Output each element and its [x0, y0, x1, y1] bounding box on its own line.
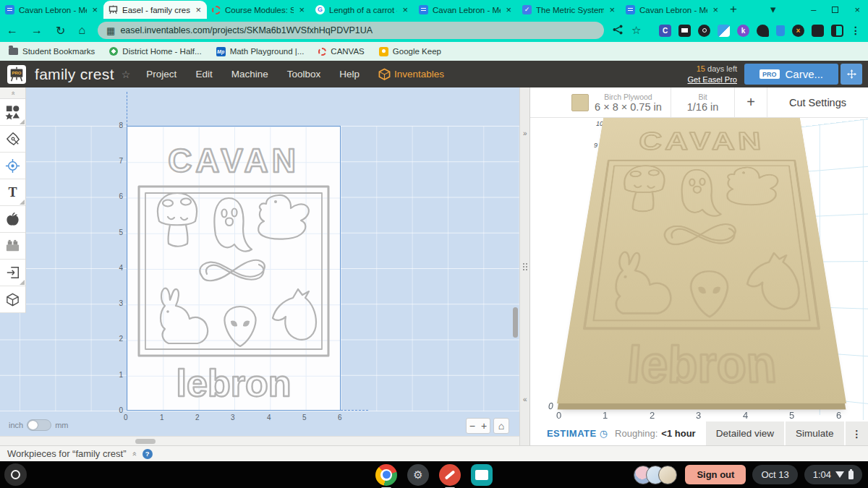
back-icon[interactable]: ← — [7, 24, 18, 37]
canvas-horizontal-scrollbar[interactable] — [0, 436, 519, 445]
text-tool[interactable]: T — [0, 179, 25, 206]
3d-tool[interactable] — [0, 286, 25, 313]
design-canvas[interactable]: 8 7 6 5 4 3 2 1 0 0 1 2 3 4 5 6 inch mm … — [0, 87, 519, 436]
new-tab-button[interactable]: + — [730, 2, 737, 17]
expand-right-icon[interactable]: » — [523, 129, 527, 137]
menu-help[interactable]: Help — [339, 69, 359, 80]
monitor-icon[interactable] — [678, 25, 691, 37]
workpieces-bar[interactable]: Workpieces for “family crest” » ? — [0, 445, 868, 461]
tab-metric-system[interactable]: ✓ The Metric System × — [517, 1, 621, 19]
status-tray[interactable]: 1:04 — [804, 465, 862, 484]
puzzle-icon[interactable] — [812, 25, 824, 37]
inventables-link[interactable]: Inventables — [378, 68, 444, 80]
menu-toolbox[interactable]: Toolbox — [287, 69, 321, 80]
screencast-app-icon[interactable] — [471, 464, 493, 486]
tab-close-icon[interactable]: × — [608, 4, 616, 15]
comment-icon[interactable] — [757, 25, 769, 37]
url-text[interactable]: easel.inventables.com/projects/SKMa6b1WV… — [120, 25, 373, 35]
tab-cavan-meas[interactable]: Cavan Lebron - Meas × — [414, 1, 517, 19]
pen-tool[interactable] — [0, 126, 25, 153]
tab-close-icon[interactable]: × — [91, 4, 98, 15]
bookmark-star-icon[interactable]: ☆ — [631, 24, 641, 37]
carve-button[interactable]: PRO Carve... — [744, 64, 838, 85]
canvas-vertical-scrollbar[interactable] — [513, 307, 518, 338]
date-pill[interactable]: Oct 13 — [752, 465, 797, 484]
tab-close-icon[interactable]: × — [298, 4, 305, 15]
zoom-in-button[interactable]: + — [478, 420, 490, 432]
simulate-button[interactable]: Simulate — [786, 421, 846, 445]
tab-close-icon[interactable]: × — [505, 4, 512, 15]
material-tool[interactable] — [0, 233, 25, 260]
settings-gear-icon[interactable]: ⚙ — [407, 464, 429, 486]
launcher-button[interactable] — [4, 463, 27, 486]
design-2d[interactable] — [127, 126, 341, 411]
fullscreen-pan-button[interactable] — [841, 64, 862, 85]
menu-machine[interactable]: Machine — [231, 69, 268, 80]
chrome-icon[interactable] — [375, 464, 397, 486]
tab-close-icon[interactable]: × — [401, 4, 409, 15]
bookmark-student-bookmarks[interactable]: Student Bookmarks — [9, 47, 95, 56]
screenshot-icon[interactable] — [718, 25, 730, 37]
window-minimize-button[interactable]: – — [811, 4, 816, 15]
bookmark-google-keep[interactable]: Google Keep — [379, 47, 441, 56]
tab-length-of-carrot[interactable]: G Length of a carrot - G × — [310, 1, 414, 19]
zoom-out-button[interactable]: − — [467, 420, 478, 432]
project-title[interactable]: family crest — [35, 66, 114, 83]
tab-close-icon[interactable]: × — [195, 4, 202, 15]
panel-divider[interactable]: » « — [519, 87, 530, 445]
design-library-tool[interactable] — [0, 206, 25, 233]
import-tool[interactable] — [0, 260, 25, 286]
side-panel-icon[interactable] — [831, 25, 843, 37]
address-bar[interactable]: ▦ easel.inventables.com/projects/SKMa6b1… — [98, 22, 604, 39]
kami-icon[interactable]: k — [737, 25, 749, 37]
bookmark-district-home[interactable]: District Home - Half... — [109, 47, 201, 56]
detailed-view-button[interactable]: Detailed view — [706, 421, 786, 445]
browser-menu-icon[interactable]: ⋮ — [851, 25, 861, 36]
site-info-icon[interactable]: ▦ — [106, 25, 115, 36]
tab-close-icon[interactable]: × — [712, 4, 719, 15]
x-circle-icon[interactable]: × — [792, 25, 804, 37]
avatar-group[interactable] — [634, 466, 677, 484]
design-3d-engraving — [557, 118, 846, 403]
chevron-up-icon: » — [9, 91, 16, 95]
preview-3d-viewport[interactable]: 10 9 0 0 1 2 3 4 5 6 — [530, 118, 868, 421]
tab-cavan-metri[interactable]: Cavan Lebron - Metri × — [621, 1, 724, 19]
favorite-star-icon[interactable]: ☆ — [122, 69, 131, 80]
material-selector[interactable]: Birch Plywood 6 × 8 × 0.75 in — [563, 87, 671, 117]
origin-tool[interactable] — [0, 153, 25, 179]
easel-pro-logo[interactable]: PRO — [7, 65, 26, 84]
tab-easel-family-crest[interactable]: Easel - family crest × — [103, 1, 207, 19]
window-close-button[interactable]: × — [854, 4, 860, 15]
unit-toggle-switch[interactable] — [27, 419, 51, 431]
ext-c-icon[interactable]: C — [659, 25, 671, 37]
forward-icon[interactable]: → — [31, 24, 43, 37]
shapes-tool[interactable] — [0, 99, 25, 126]
scrollbar-thumb[interactable] — [135, 439, 156, 444]
panel-drag-handle[interactable] — [523, 263, 524, 265]
bookmark-canvas[interactable]: CANVAS — [318, 47, 364, 56]
crosshair-icon[interactable] — [698, 25, 710, 37]
tab-course-modules[interactable]: Course Modules: SCIE × — [207, 1, 310, 19]
add-bit-button[interactable]: + — [734, 87, 767, 117]
bookmark-math-playground[interactable]: MpMath Playground |... — [216, 47, 305, 56]
home-icon[interactable]: ⌂ — [78, 24, 85, 37]
bit-selector[interactable]: Bit 1/16 in — [671, 87, 735, 117]
sign-out-button[interactable]: Sign out — [685, 465, 746, 484]
canvas-app-icon[interactable] — [439, 464, 461, 486]
estimate-more-button[interactable]: ⋮ — [846, 421, 868, 445]
menu-project[interactable]: Project — [146, 69, 176, 80]
collapse-up-icon[interactable]: » — [130, 451, 139, 455]
cut-settings-button[interactable]: Cut Settings — [767, 87, 868, 117]
collapse-left-icon[interactable]: « — [523, 395, 527, 403]
window-restore-button[interactable] — [832, 7, 838, 13]
menu-edit[interactable]: Edit — [195, 69, 212, 80]
help-icon[interactable]: ? — [142, 449, 153, 459]
zoom-home-button[interactable]: ⌂ — [493, 418, 509, 434]
get-easel-pro-link[interactable]: Get Easel Pro — [688, 75, 737, 84]
sidebar-collapse-button[interactable]: » — [0, 87, 25, 99]
tab-cavan-metric[interactable]: Cavan Lebron - Metric × — [0, 1, 103, 19]
share-icon[interactable] — [613, 25, 623, 37]
trash-icon[interactable] — [776, 25, 785, 36]
tab-search-chevron-icon[interactable]: ▾ — [770, 3, 776, 16]
reload-icon[interactable]: ↻ — [56, 24, 65, 38]
